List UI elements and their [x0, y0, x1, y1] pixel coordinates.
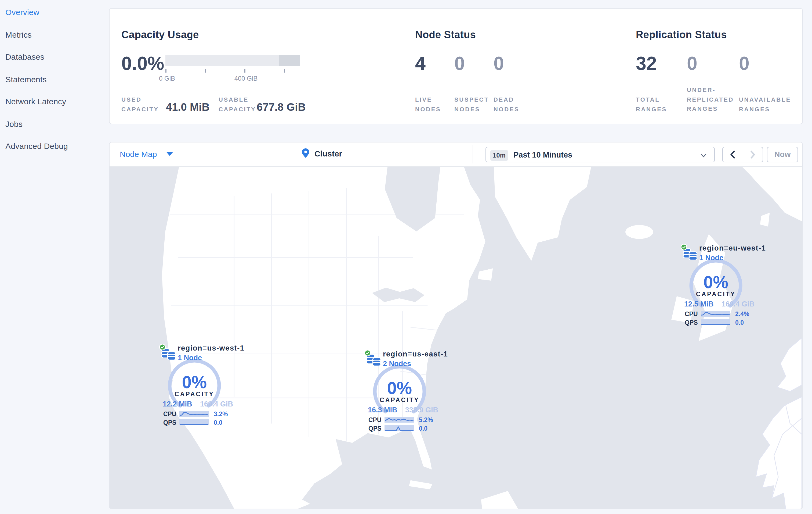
- qps-metric-row: QPS0.0: [685, 319, 760, 326]
- qps-value: 0.0: [735, 319, 744, 326]
- node-status-title: Node Status: [415, 29, 476, 41]
- cpu-sparkline: [179, 411, 209, 417]
- capacity-total-value: 338.9 GiB: [405, 406, 438, 414]
- cpu-label: CPU: [369, 416, 384, 423]
- cluster-summary-panel: Capacity Usage 0.0% 0 GiB400 GiB USEDCAP…: [109, 8, 803, 124]
- view-selector-dropdown[interactable]: Node Map: [120, 150, 173, 159]
- sidebar-item-metrics[interactable]: Metrics: [5, 30, 109, 38]
- qps-value: 0.0: [419, 425, 428, 431]
- node-map: region=us-west-11 Node0%CAPACITY12.2 MiB…: [110, 167, 803, 509]
- capacity-values: 16.3 MiB338.9 GiB: [368, 406, 438, 414]
- breadcrumb-label: Cluster: [314, 149, 342, 158]
- dead-nodes-count: 0: [494, 54, 504, 73]
- qps-metric-row: QPS0.0: [163, 419, 238, 426]
- region-label: region=eu-west-1: [699, 244, 766, 252]
- capacity-usage-percent: 0.0%: [121, 54, 164, 73]
- unavailable-ranges-label: UNAVAILABLERANGES: [739, 95, 791, 114]
- capacity-axis-tick: [166, 69, 166, 73]
- capacity-percent: 0%: [367, 379, 432, 398]
- sidebar-item-advanced-debug[interactable]: Advanced Debug: [5, 141, 109, 150]
- cpu-metric-row: CPU5.2%: [369, 416, 443, 423]
- capacity-axis-tick: [205, 69, 206, 73]
- capacity-percent: 0%: [684, 273, 748, 293]
- caret-down-icon: [167, 152, 173, 156]
- usable-capacity-value: 677.8 GiB: [257, 101, 306, 113]
- used-capacity-value: 41.0 MiB: [166, 101, 209, 113]
- time-prev-button[interactable]: [723, 147, 743, 162]
- chevron-left-icon: [730, 151, 735, 159]
- capacity-axis-tick-label: 400 GiB: [234, 75, 258, 82]
- world-map-graphic: [110, 167, 803, 509]
- qps-label: QPS: [163, 419, 179, 426]
- time-range-select[interactable]: 10m Past 10 Minutes: [486, 147, 715, 162]
- qps-metric-row: QPS0.0: [369, 425, 443, 432]
- sidebar-item-statements[interactable]: Statements: [5, 75, 109, 83]
- sidebar-item-network-latency[interactable]: Network Latency: [5, 97, 109, 105]
- capacity-caption: CAPACITY: [151, 391, 237, 397]
- qps-value: 0.0: [214, 419, 222, 426]
- node-count-link[interactable]: 1 Node: [178, 354, 202, 362]
- sidebar: OverviewMetricsDatabasesStatementsNetwor…: [0, 0, 109, 514]
- unavailable-ranges-count: 0: [739, 54, 749, 73]
- capacity-total-value: 169.4 GiB: [200, 400, 233, 408]
- check-circle-icon: [159, 344, 166, 351]
- capacity-axis-tick-label: 0 GiB: [159, 75, 175, 82]
- time-next-button[interactable]: [743, 147, 762, 162]
- time-pager: [722, 147, 763, 162]
- cpu-metric-row: CPU3.2%: [163, 410, 238, 417]
- capacity-values: 12.5 MiB169.4 GiB: [684, 300, 755, 308]
- node-count-link[interactable]: 1 Node: [699, 254, 723, 262]
- replication-status-title: Replication Status: [636, 29, 727, 41]
- cpu-sparkline: [384, 417, 414, 423]
- time-range-badge: 10m: [490, 150, 508, 161]
- capacity-usage-title: Capacity Usage: [121, 29, 199, 41]
- breadcrumb[interactable]: Cluster: [302, 148, 342, 159]
- cpu-value: 2.4%: [735, 310, 749, 317]
- live-nodes-label: LIVENODES: [415, 95, 441, 114]
- check-circle-icon: [680, 244, 688, 250]
- cpu-label: CPU: [685, 310, 701, 317]
- cpu-label: CPU: [163, 410, 179, 417]
- region-label: region=us-west-1: [178, 344, 244, 352]
- capacity-values: 12.2 MiB169.4 GiB: [163, 400, 233, 408]
- qps-sparkline: [384, 425, 414, 431]
- qps-sparkline: [179, 420, 209, 425]
- region-status-badge: [159, 343, 166, 353]
- cpu-metric-row: CPU2.4%: [685, 310, 760, 317]
- node-count-link[interactable]: 2 Nodes: [383, 360, 411, 368]
- cpu-sparkline: [701, 311, 730, 317]
- capacity-used-value: 12.5 MiB: [684, 300, 714, 308]
- capacity-used-value: 16.3 MiB: [368, 406, 398, 414]
- sidebar-item-databases[interactable]: Databases: [5, 52, 109, 60]
- capacity-usage-bar: [166, 55, 300, 66]
- map-pin-icon: [302, 148, 309, 158]
- toolbar-divider: [472, 145, 473, 163]
- capacity-axis-tick: [284, 69, 285, 73]
- sidebar-item-jobs[interactable]: Jobs: [5, 119, 109, 127]
- cpu-value: 5.2%: [419, 416, 433, 423]
- now-button[interactable]: Now: [767, 147, 798, 162]
- capacity-used-value: 12.2 MiB: [163, 400, 192, 408]
- capacity-axis-tick: [244, 69, 245, 73]
- qps-label: QPS: [685, 319, 701, 326]
- sidebar-item-overview[interactable]: Overview: [5, 7, 109, 16]
- total-ranges-label: TOTALRANGES: [636, 95, 667, 114]
- node-map-panel: Node Map Cluster 10m Past 10 Minutes: [109, 142, 803, 509]
- dead-nodes-label: DEADNODES: [494, 95, 519, 114]
- capacity-caption: CAPACITY: [356, 397, 442, 403]
- chevron-down-icon: [700, 153, 707, 158]
- capacity-reserved-segment: [279, 55, 300, 66]
- check-circle-icon: [364, 350, 371, 356]
- capacity-total-value: 169.4 GiB: [722, 300, 755, 308]
- qps-label: QPS: [369, 425, 384, 431]
- total-ranges-count: 32: [636, 54, 657, 73]
- capacity-caption: CAPACITY: [673, 291, 759, 297]
- usable-capacity-label: USABLECAPACITY: [219, 95, 256, 114]
- qps-sparkline: [701, 319, 730, 325]
- used-capacity-label: USEDCAPACITY: [121, 95, 159, 114]
- view-selector-label: Node Map: [120, 150, 157, 159]
- suspect-nodes-count: 0: [454, 54, 465, 73]
- region-status-badge: [364, 349, 371, 359]
- time-range-value: Past 10 Minutes: [514, 151, 572, 159]
- live-nodes-count: 4: [415, 54, 426, 73]
